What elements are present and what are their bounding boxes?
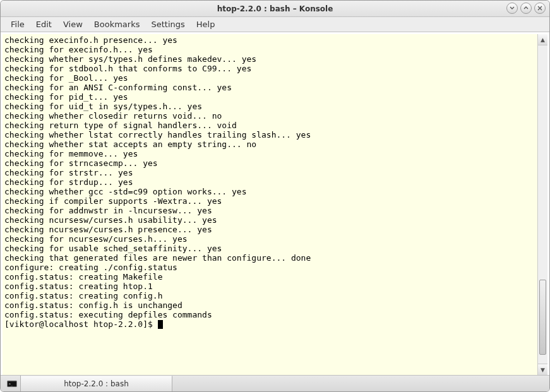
scroll-up-arrow-icon[interactable]: ▲ (538, 34, 547, 45)
shell-prompt: [viktor@localhost htop-2.2.0]$ (4, 319, 158, 329)
tab-label: htop-2.2.0 : bash (64, 379, 129, 388)
minimize-button[interactable] (506, 3, 518, 14)
svg-text:>_: >_ (8, 382, 13, 386)
terminal-area: checking execinfo.h presence... yes chec… (3, 34, 547, 375)
menu-file[interactable]: File (6, 18, 30, 31)
menu-settings[interactable]: Settings (146, 18, 189, 31)
scroll-thumb[interactable] (539, 280, 546, 355)
cursor (158, 320, 163, 329)
menu-view[interactable]: View (58, 18, 88, 31)
menu-bookmarks[interactable]: Bookmarks (89, 18, 145, 31)
terminal-output[interactable]: checking execinfo.h presence... yes chec… (3, 34, 537, 375)
window-controls (506, 3, 546, 14)
tab-bar: >_ htop-2.2.0 : bash (1, 375, 549, 391)
menu-help[interactable]: Help (191, 18, 220, 31)
window-title: htop-2.2.0 : bash – Konsole (217, 4, 333, 13)
window-titlebar: htop-2.2.0 : bash – Konsole (1, 1, 549, 17)
close-button[interactable] (534, 3, 546, 14)
tab-active[interactable]: htop-2.2.0 : bash (21, 376, 172, 391)
terminal-icon: >_ (7, 380, 17, 388)
new-tab-button[interactable]: >_ (3, 376, 21, 391)
menu-edit[interactable]: Edit (31, 18, 57, 31)
scroll-down-arrow-icon[interactable]: ▼ (538, 364, 547, 375)
menu-bar: File Edit View Bookmarks Settings Help (1, 17, 549, 32)
maximize-button[interactable] (520, 3, 532, 14)
scrollbar[interactable]: ▲ ▼ (537, 34, 547, 375)
